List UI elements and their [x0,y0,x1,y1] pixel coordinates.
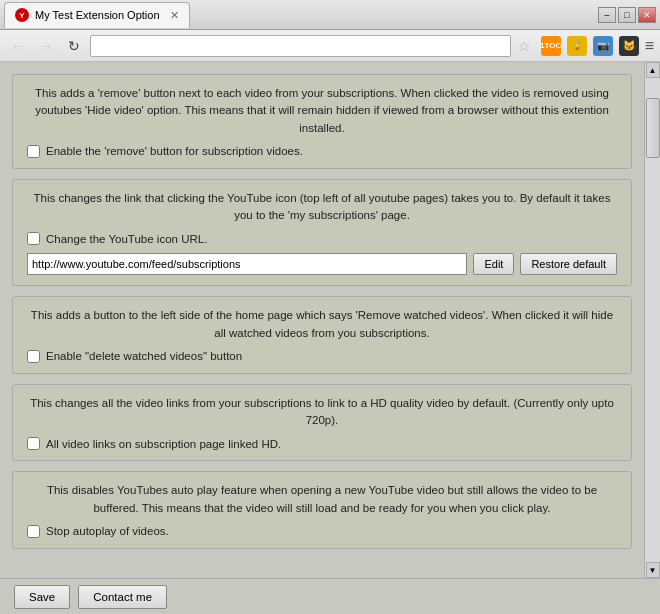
url-input[interactable] [27,253,467,275]
checkbox-row-yt: Change the YouTube icon URL. [27,232,617,245]
forward-button[interactable]: → [34,34,58,58]
menu-button[interactable]: ≡ [645,37,654,55]
checkbox-label-yt: Change the YouTube icon URL. [46,233,207,245]
section-autoplay-desc: This disables YouTubes auto play feature… [27,482,617,517]
tab-title: My Test Extension Option [35,9,160,21]
section-remove-desc: This adds a 'remove' button next to each… [27,85,617,137]
checkbox-row-delete: Enable "delete watched videos" button [27,350,617,363]
checkbox-row-autoplay: Stop autoplay of videos. [27,525,617,538]
checkbox-row-hd: All video links on subscription page lin… [27,437,617,450]
section-delete-watched: This adds a button to the left side of t… [12,296,632,374]
maximize-btn[interactable]: □ [618,7,636,23]
section-autoplay: This disables YouTubes auto play feature… [12,471,632,549]
scroll-thumb[interactable] [646,98,660,158]
checkbox-hd[interactable] [27,437,40,450]
restore-default-button[interactable]: Restore default [520,253,617,275]
section-hd-desc: This changes all the video links from yo… [27,395,617,430]
checkbox-remove[interactable] [27,145,40,158]
save-button[interactable]: Save [14,585,70,609]
tab-favicon: Y [15,8,29,22]
scroll-up-arrow[interactable]: ▲ [646,62,660,78]
title-bar: Y My Test Extension Option ✕ – □ ✕ [0,0,660,30]
section-hd-links: This changes all the video links from yo… [12,384,632,462]
section-yt-icon: This changes the link that clicking the … [12,179,632,287]
section-yt-desc: This changes the link that clicking the … [27,190,617,225]
main-content: This adds a 'remove' button next to each… [0,62,660,578]
nav-icons: ☆ 1TOC 🔒 📷 🐱 ≡ [515,36,654,56]
checkbox-label-autoplay: Stop autoplay of videos. [46,525,169,537]
extension-icon-1[interactable]: 1TOC [541,36,561,56]
extension-icon-4[interactable]: 🐱 [619,36,639,56]
extension-icon-2[interactable]: 🔒 [567,36,587,56]
window-controls: – □ ✕ [598,7,656,23]
url-row: Edit Restore default [27,253,617,275]
address-bar[interactable] [90,35,511,57]
checkbox-delete[interactable] [27,350,40,363]
checkbox-row-remove: Enable the 'remove' button for subscript… [27,145,617,158]
contact-button[interactable]: Contact me [78,585,167,609]
page-content: This adds a 'remove' button next to each… [0,62,644,578]
section-remove-btn: This adds a 'remove' button next to each… [12,74,632,169]
nav-bar: ← → ↻ ☆ 1TOC 🔒 📷 🐱 ≡ [0,30,660,62]
back-button[interactable]: ← [6,34,30,58]
extension-icon-3[interactable]: 📷 [593,36,613,56]
checkbox-autoplay[interactable] [27,525,40,538]
tab-close-btn[interactable]: ✕ [170,9,179,22]
bookmark-icon[interactable]: ☆ [515,36,535,56]
close-btn[interactable]: ✕ [638,7,656,23]
minimize-btn[interactable]: – [598,7,616,23]
refresh-button[interactable]: ↻ [62,34,86,58]
edit-button[interactable]: Edit [473,253,514,275]
checkbox-yt[interactable] [27,232,40,245]
scroll-down-arrow[interactable]: ▼ [646,562,660,578]
browser-tab[interactable]: Y My Test Extension Option ✕ [4,2,190,28]
bottom-bar: Save Contact me [0,578,660,614]
section-delete-desc: This adds a button to the left side of t… [27,307,617,342]
checkbox-label-hd: All video links on subscription page lin… [46,438,281,450]
checkbox-label-remove: Enable the 'remove' button for subscript… [46,145,303,157]
scrollbar: ▲ ▼ [644,62,660,578]
checkbox-label-delete: Enable "delete watched videos" button [46,350,242,362]
title-bar-left: Y My Test Extension Option ✕ [4,2,598,28]
